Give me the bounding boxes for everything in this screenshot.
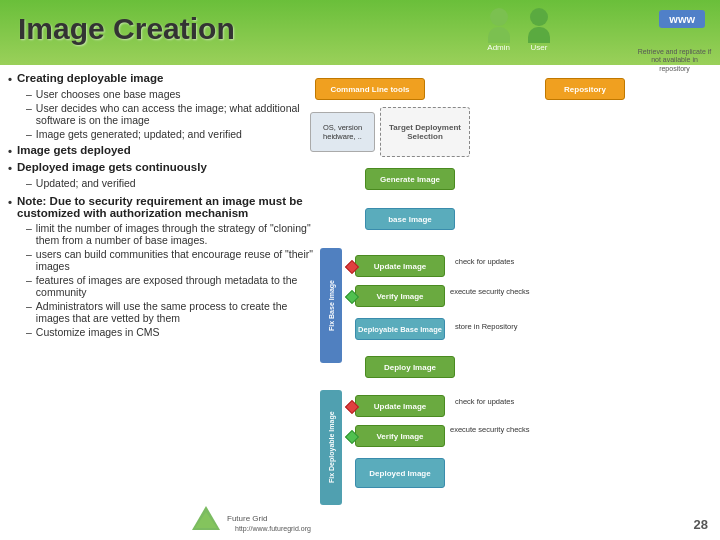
- exec-security-1-label: execute security checks: [450, 287, 530, 296]
- admin-label: Admin: [487, 43, 510, 52]
- generate-image-text: Generate Image: [380, 175, 440, 184]
- check-updates-1-label: check for updates: [455, 257, 514, 266]
- not-available-note: Retrieve and replicate if not available …: [637, 48, 712, 73]
- deployed-image-box: Deployed Image: [355, 458, 445, 488]
- not-available-text: Retrieve and replicate if not available …: [638, 48, 712, 72]
- admin-head: [490, 8, 508, 26]
- deployable-base-image-box: Deployable Base Image: [355, 318, 445, 340]
- fix-deployable-text: Fix Deployable Image: [328, 412, 335, 484]
- footer-url: http://www.futuregrid.org: [235, 525, 311, 532]
- store-repo-label: store in Repository: [455, 322, 518, 331]
- update-image-2-box: Update Image: [355, 395, 445, 417]
- user-label: User: [531, 43, 548, 52]
- sub-bullet-1-1-text: User chooses one base mages: [36, 88, 181, 100]
- sub-bullet-4-1: limit the number of images through the s…: [8, 222, 313, 246]
- sub-bullet-3-1-text: Updated; and verified: [36, 177, 136, 189]
- admin-body: [488, 27, 510, 43]
- futuregrid-logo-icon: [190, 504, 222, 532]
- page-number: 28: [694, 517, 708, 532]
- fix-base-image-text: Fix Base Image: [328, 280, 335, 331]
- user-figure: User: [528, 8, 550, 52]
- os-version-box: OS, version heidware, ..: [310, 112, 375, 152]
- sub-bullet-1-1: User chooses one base mages: [8, 88, 313, 100]
- sub-bullet-4-2: users can build communities that encoura…: [8, 248, 313, 272]
- deployed-image-text: Deployed Image: [369, 469, 430, 478]
- user-body: [528, 27, 550, 43]
- repository-box: Repository: [545, 78, 625, 100]
- check-updates-2-label: check for updates: [455, 397, 514, 406]
- bullet-dot-1: •: [8, 73, 12, 85]
- admin-figure: Admin: [487, 8, 510, 52]
- sub-bullet-4-3: features of images are exposed through m…: [8, 274, 313, 298]
- sub-bullet-1-2: User decides who can access the image; w…: [8, 102, 313, 126]
- os-version-text: OS, version heidware, ..: [311, 123, 374, 141]
- update-image-2-text: Update Image: [374, 402, 426, 411]
- bullet-dot-3: •: [8, 162, 12, 174]
- bullet-dot-4: •: [8, 196, 12, 208]
- sub-bullet-4-2-text: users can build communities that encoura…: [36, 248, 313, 272]
- sub-bullet-4-5: Customize images in CMS: [8, 326, 313, 338]
- base-image-text: base Image: [388, 215, 432, 224]
- bullet-dot-2: •: [8, 145, 12, 157]
- left-panel: • Creating deployable image User chooses…: [8, 72, 313, 340]
- verify-image-1-text: Verify Image: [376, 292, 423, 301]
- update-image-1-box: Update Image: [355, 255, 445, 277]
- sub-bullet-4-3-text: features of images are exposed through m…: [36, 274, 313, 298]
- sub-bullet-4-1-text: limit the number of images through the s…: [36, 222, 313, 246]
- fix-base-image-label: Fix Base Image: [320, 248, 342, 363]
- base-image-box: base Image: [365, 208, 455, 230]
- generate-image-box: Generate Image: [365, 168, 455, 190]
- exec-security-2-label: execute security checks: [450, 425, 530, 434]
- fix-deployable-label: Fix Deployable Image: [320, 390, 342, 505]
- sub-bullet-4-4-text: Administrators will use the same process…: [36, 300, 313, 324]
- bullet-creating: • Creating deployable image: [8, 72, 313, 85]
- bullet-note: • Note: Due to security requirement an i…: [8, 195, 313, 219]
- command-line-tools-box: Command Line tools: [315, 78, 425, 100]
- verify-image-2-text: Verify Image: [376, 432, 423, 441]
- sub-bullet-4-4: Administrators will use the same process…: [8, 300, 313, 324]
- bullet-note-text: Note: Due to security requirement an ima…: [17, 195, 313, 219]
- bullet-deployed-text: Image gets deployed: [17, 144, 131, 156]
- verify-image-2-box: Verify Image: [355, 425, 445, 447]
- target-deployment-text: Target Deployment Selection: [381, 123, 469, 141]
- bullet-continuously: • Deployed image gets continuously: [8, 161, 313, 174]
- deployable-base-image-text: Deployable Base Image: [358, 325, 442, 334]
- deploy-image-box: Deploy Image: [365, 356, 455, 378]
- command-line-tools-text: Command Line tools: [330, 85, 409, 94]
- user-head: [530, 8, 548, 26]
- footer-url-text: http://www.futuregrid.org: [235, 525, 311, 532]
- bullet-deployed: • Image gets deployed: [8, 144, 313, 157]
- sub-bullet-1-3: Image gets generated; updated; and verif…: [8, 128, 313, 140]
- admin-user-figures: Admin User: [487, 8, 550, 52]
- bullet-continuously-text: Deployed image gets continuously: [17, 161, 207, 173]
- sub-bullet-4-5-text: Customize images in CMS: [36, 326, 160, 338]
- sub-bullet-1-3-text: Image gets generated; updated; and verif…: [36, 128, 242, 140]
- sub-bullet-1-2-text: User decides who can access the image; w…: [36, 102, 313, 126]
- deploy-image-text: Deploy Image: [384, 363, 436, 372]
- www-label: www: [659, 10, 705, 28]
- verify-image-1-box: Verify Image: [355, 285, 445, 307]
- repository-text: Repository: [564, 85, 606, 94]
- bullet-creating-text: Creating deployable image: [17, 72, 163, 84]
- update-image-1-text: Update Image: [374, 262, 426, 271]
- target-deployment-box: Target Deployment Selection: [380, 107, 470, 157]
- footer-logo-text: Future Grid: [227, 514, 267, 523]
- sub-bullet-3-1: Updated; and verified: [8, 177, 313, 189]
- slide-title: Image Creation: [18, 12, 235, 46]
